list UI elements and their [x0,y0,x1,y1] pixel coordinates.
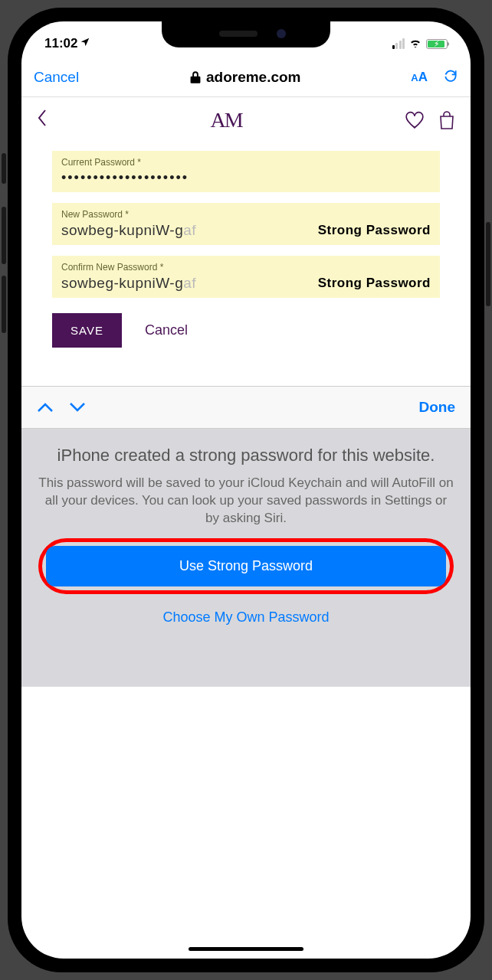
screen: 11:02 ⚡︎ Cancel [21,21,471,959]
password-form: Current Password * •••••••••••••••••••• … [21,143,471,355]
cancel-button[interactable]: Cancel [34,69,79,86]
use-strong-password-button[interactable]: Use Strong Password [46,546,446,586]
sheet-subtitle: This password will be saved to your iClo… [38,475,454,528]
battery-icon: ⚡︎ [426,39,448,49]
url-bar[interactable]: adoreme.com [189,69,301,86]
site-header: AM [21,97,471,143]
domain-text: adoreme.com [206,69,301,86]
new-password-label: New Password * [61,209,431,220]
current-password-label: Current Password * [61,157,431,168]
status-right: ⚡︎ [392,37,448,51]
heart-icon[interactable] [405,111,425,129]
new-password-value: sowbeg-kupniW-g [61,222,183,239]
bag-icon[interactable] [438,110,455,130]
page-content: AM Current Password * ••••••••••••••••••… [21,97,471,687]
notch [162,21,330,47]
status-time: 11:02 [44,36,90,51]
current-password-value: •••••••••••••••••••• [61,170,189,186]
current-password-field[interactable]: Current Password * •••••••••••••••••••• [52,151,440,192]
form-cancel-button[interactable]: Cancel [145,322,188,338]
next-field-icon[interactable] [69,397,86,417]
confirm-password-value: sowbeg-kupniW-g [61,275,183,292]
sheet-title: iPhone created a strong password for thi… [38,444,454,467]
brand-logo[interactable]: AM [210,108,241,132]
strong-password-badge: Strong Password [318,223,431,238]
location-icon [80,36,90,51]
home-indicator[interactable] [189,947,303,951]
new-password-field[interactable]: New Password * sowbeg-kupniW-gaf Strong … [52,203,440,245]
back-icon[interactable] [37,109,48,132]
save-button[interactable]: SAVE [52,313,122,348]
safari-toolbar: Cancel adoreme.com AA [21,60,471,97]
reload-icon[interactable] [443,67,458,87]
phone-frame: 11:02 ⚡︎ Cancel [8,8,484,972]
confirm-password-label: Confirm New Password * [61,262,431,273]
prev-field-icon[interactable] [37,397,54,417]
time-text: 11:02 [44,36,77,51]
strong-password-sheet: iPhone created a strong password for thi… [21,429,471,687]
confirm-password-field[interactable]: Confirm New Password * sowbeg-kupniW-gaf… [52,256,440,298]
done-button[interactable]: Done [419,399,456,416]
lock-icon [189,70,202,84]
choose-own-password-button[interactable]: Choose My Own Password [38,609,454,626]
strong-password-badge: Strong Password [318,276,431,291]
tutorial-highlight: Use Strong Password [38,538,454,594]
reader-aa-icon[interactable]: AA [411,70,428,85]
keyboard-accessory: Done [21,386,471,429]
cell-signal-icon [392,38,405,49]
wifi-icon [408,37,422,51]
